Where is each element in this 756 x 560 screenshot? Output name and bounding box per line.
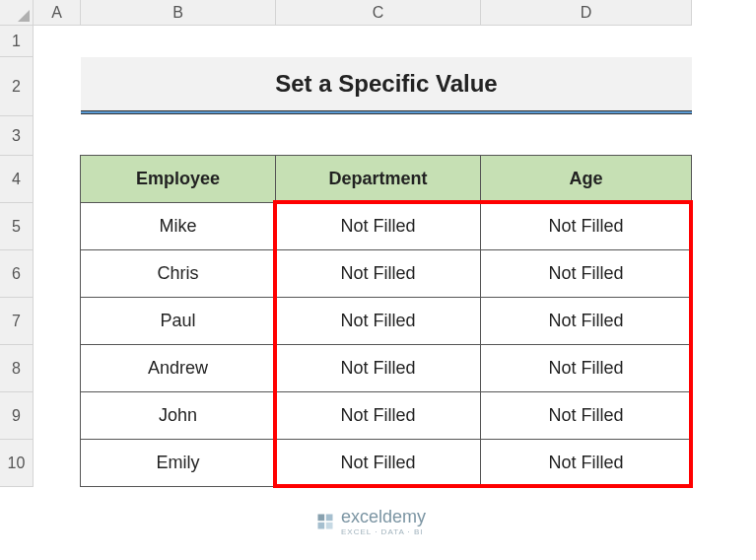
cell-value: Not Filled [548, 263, 623, 284]
cell-value: Not Filled [548, 358, 623, 379]
header-age[interactable]: Age [480, 155, 692, 203]
column-header-A[interactable]: A [34, 0, 81, 25]
svg-rect-1 [326, 515, 333, 522]
spreadsheet: ABCD 12345678910 Set a Specific Value Em… [0, 0, 756, 560]
column-header-C[interactable]: C [276, 0, 481, 25]
row-header-7[interactable]: 7 [0, 298, 33, 345]
column-header-B[interactable]: B [81, 0, 276, 25]
title-text: Set a Specific Value [275, 70, 497, 98]
cell-department-6[interactable]: Not Filled [275, 439, 481, 487]
cell-department-2[interactable]: Not Filled [275, 249, 481, 298]
row-header-9[interactable]: 9 [0, 392, 33, 440]
cell-age-4[interactable]: Not Filled [480, 344, 692, 392]
column-header-D[interactable]: D [481, 0, 692, 25]
cell-age-5[interactable]: Not Filled [480, 391, 692, 440]
row-header-2[interactable]: 2 [0, 57, 33, 116]
cell-value: Chris [157, 263, 198, 284]
cell-value: Paul [160, 311, 195, 331]
watermark: exceldemy EXCEL · DATA · BI [315, 507, 426, 536]
cell-value: Not Filled [340, 263, 415, 284]
watermark-name: exceldemy [341, 507, 426, 527]
cell-age-2[interactable]: Not Filled [480, 249, 692, 298]
cell-employee-6[interactable]: Emily [80, 439, 276, 487]
cell-value: Andrew [148, 358, 208, 379]
svg-rect-0 [318, 515, 325, 522]
column-headers: ABCD [34, 0, 692, 26]
header-employee[interactable]: Employee [80, 155, 276, 203]
cell-employee-1[interactable]: Mike [80, 202, 276, 250]
watermark-sub: EXCEL · DATA · BI [341, 527, 426, 536]
header-department-label: Department [328, 169, 427, 189]
cell-value: Not Filled [548, 453, 623, 473]
row-header-1[interactable]: 1 [0, 26, 33, 57]
header-department[interactable]: Department [275, 155, 481, 203]
header-age-label: Age [569, 169, 602, 189]
select-all-corner[interactable] [0, 0, 34, 26]
svg-rect-3 [326, 523, 333, 529]
cell-department-4[interactable]: Not Filled [275, 344, 481, 392]
cell-employee-2[interactable]: Chris [80, 249, 276, 298]
cell-value: Not Filled [340, 453, 415, 473]
cell-value: Not Filled [340, 216, 415, 237]
header-employee-label: Employee [136, 169, 220, 189]
row-header-3[interactable]: 3 [0, 116, 33, 156]
cell-department-1[interactable]: Not Filled [275, 202, 481, 250]
cell-value: Mike [159, 216, 196, 237]
row-header-10[interactable]: 10 [0, 440, 33, 487]
cell-value: Not Filled [548, 405, 623, 426]
row-header-6[interactable]: 6 [0, 250, 33, 298]
row-header-4[interactable]: 4 [0, 156, 33, 203]
cell-value: Not Filled [340, 405, 415, 426]
cell-value: John [159, 405, 197, 426]
title-underline [81, 110, 692, 114]
cell-value: Emily [157, 453, 200, 473]
watermark-icon [315, 512, 335, 531]
row-header-5[interactable]: 5 [0, 203, 33, 250]
cell-value: Not Filled [340, 311, 415, 331]
cell-age-1[interactable]: Not Filled [480, 202, 692, 250]
cell-department-5[interactable]: Not Filled [275, 391, 481, 440]
cell-employee-3[interactable]: Paul [80, 297, 276, 345]
cell-value: Not Filled [548, 216, 623, 237]
cell-age-6[interactable]: Not Filled [480, 439, 692, 487]
cell-employee-4[interactable]: Andrew [80, 344, 276, 392]
cell-value: Not Filled [340, 358, 415, 379]
cell-employee-5[interactable]: John [80, 391, 276, 440]
row-headers: 12345678910 [0, 26, 34, 487]
row-header-8[interactable]: 8 [0, 345, 33, 392]
cell-department-3[interactable]: Not Filled [275, 297, 481, 345]
title-cell[interactable]: Set a Specific Value [81, 57, 692, 110]
cell-value: Not Filled [548, 311, 623, 331]
svg-rect-2 [318, 523, 325, 529]
cell-age-3[interactable]: Not Filled [480, 297, 692, 345]
